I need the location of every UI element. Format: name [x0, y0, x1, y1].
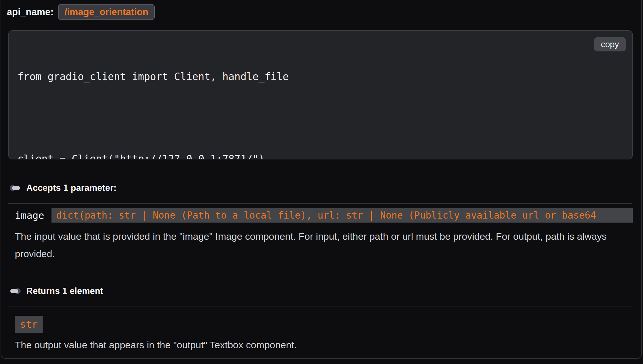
- code-snippet-block: copy from gradio_client import Client, h…: [8, 30, 633, 159]
- parameter-description: The input value that is provided in the …: [15, 228, 607, 263]
- code-lines: from gradio_client import Client, handle…: [17, 42, 632, 159]
- returns-heading: Returns 1 element: [26, 286, 103, 296]
- copy-button[interactable]: copy: [594, 37, 626, 51]
- endpoint-name-badge[interactable]: /image_orientation: [58, 4, 154, 20]
- code-line-client: client = Client("http://127.0.0.1:7871/"…: [17, 152, 632, 159]
- code-line-blank: [17, 111, 632, 125]
- parameter-input-icon: [10, 185, 21, 191]
- parameter-name: image: [15, 210, 44, 221]
- divider: [8, 307, 632, 307]
- return-description: The output value that appears in the "ou…: [15, 336, 641, 353]
- return-type-badge: str: [15, 316, 43, 333]
- parameter-type-badge: dict(path: str | None (Path to a local f…: [51, 208, 633, 223]
- accepts-heading-row: Accepts 1 parameter:: [10, 183, 641, 193]
- api-name-label: api_name:: [7, 7, 53, 17]
- api-name-header: api_name: /image_orientation: [7, 4, 641, 20]
- returns-heading-row: Returns 1 element: [10, 286, 641, 296]
- api-endpoint-card: api_name: /image_orientation copy from g…: [1, 0, 642, 359]
- return-output-icon: [10, 288, 21, 294]
- code-line-import: from gradio_client import Client, handle…: [17, 70, 632, 83]
- accepts-heading: Accepts 1 parameter:: [26, 183, 116, 193]
- parameter-row: image dict(path: str | None (Path to a l…: [15, 208, 633, 223]
- divider: [8, 203, 632, 204]
